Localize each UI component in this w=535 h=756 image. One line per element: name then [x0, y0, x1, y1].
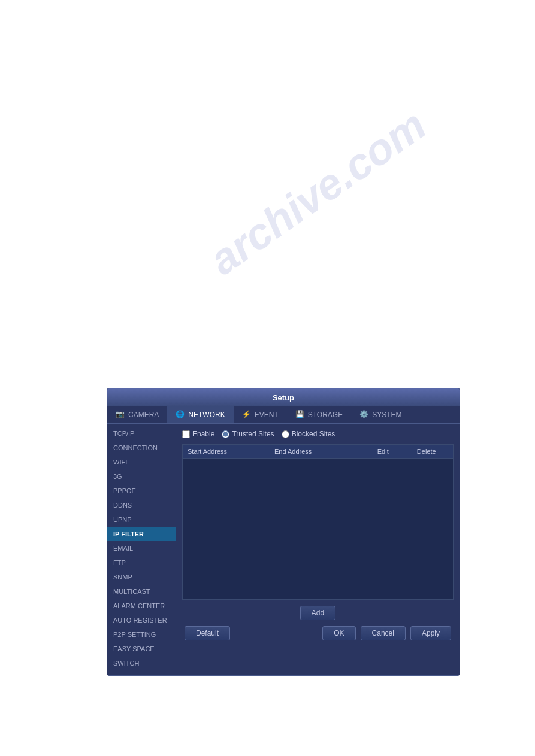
blocked-sites-radio[interactable] [282, 430, 289, 438]
ok-button[interactable]: OK [322, 626, 355, 640]
tab-system[interactable]: ⚙️ SYSTEM [351, 406, 410, 423]
tab-event-label: EVENT [255, 411, 279, 419]
enable-checkbox-label[interactable]: Enable [182, 430, 214, 438]
sidebar-item-upnp[interactable]: UPNP [107, 512, 176, 527]
add-button[interactable]: Add [300, 606, 335, 620]
sidebar-item-snmp[interactable]: SNMP [107, 570, 176, 584]
dialog-title: Setup [273, 393, 294, 402]
ip-table-container: Start Address End Address Edit Delete [182, 444, 454, 600]
filter-options-row: Enable Trusted Sites Blocked Sites [182, 430, 454, 438]
blocked-sites-label: Blocked Sites [292, 430, 335, 438]
sidebar-item-switch[interactable]: SWITCH [107, 656, 176, 670]
event-icon: ⚡ [242, 410, 252, 420]
tab-storage-label: STORAGE [308, 411, 343, 419]
tab-event[interactable]: ⚡ EVENT [234, 406, 287, 423]
sidebar-item-alarmcenter[interactable]: ALARM CENTER [107, 599, 176, 613]
sidebar-item-email[interactable]: EMAIL [107, 541, 176, 555]
col-edit: Edit [361, 448, 405, 455]
table-header-row: Start Address End Address Edit Delete [183, 445, 453, 459]
tab-storage[interactable]: 💾 STORAGE [287, 406, 351, 423]
sidebar-item-3g[interactable]: 3G [107, 469, 176, 484]
top-nav: 📷 CAMERA 🌐 NETWORK ⚡ EVENT 💾 STORAGE ⚙️ … [107, 406, 460, 424]
trusted-sites-radio-label[interactable]: Trusted Sites [222, 430, 274, 438]
blocked-sites-radio-label[interactable]: Blocked Sites [282, 430, 335, 438]
tab-network-label: NETWORK [188, 411, 225, 419]
sidebar-item-multicast[interactable]: MULTICAST [107, 584, 176, 599]
sidebar-item-pppoe[interactable]: PPPOE [107, 484, 176, 498]
setup-dialog: Setup 📷 CAMERA 🌐 NETWORK ⚡ EVENT 💾 STORA… [107, 388, 460, 676]
sidebar-item-autoregister[interactable]: AUTO REGISTER [107, 613, 176, 627]
add-button-row: Add [182, 606, 454, 620]
sidebar-item-tcpip[interactable]: TCP/IP [107, 426, 176, 441]
dialog-title-bar: Setup [107, 388, 460, 406]
right-buttons: OK Cancel Apply [322, 626, 451, 640]
sidebar-item-ipfilter[interactable]: IP FILTER [107, 527, 176, 541]
tab-system-label: SYSTEM [372, 411, 401, 419]
table-body [183, 459, 453, 593]
col-delete: Delete [405, 448, 449, 455]
system-icon: ⚙️ [359, 410, 369, 420]
enable-label: Enable [192, 430, 214, 438]
sidebar-item-easyspace[interactable]: EASY SPACE [107, 642, 176, 656]
camera-icon: 📷 [116, 410, 125, 420]
sidebar: TCP/IP CONNECTION WIFI 3G PPPOE DDNS UPN… [107, 424, 176, 675]
apply-button[interactable]: Apply [410, 626, 451, 640]
sidebar-item-p2psetting[interactable]: P2P SETTING [107, 627, 176, 642]
trusted-sites-radio[interactable] [222, 430, 229, 438]
tab-network[interactable]: 🌐 NETWORK [167, 406, 233, 423]
tab-camera-label: CAMERA [128, 411, 159, 419]
cancel-button[interactable]: Cancel [361, 626, 406, 640]
col-end-address: End Address [274, 448, 361, 455]
sidebar-item-wifi[interactable]: WIFI [107, 455, 176, 469]
network-icon: 🌐 [176, 410, 185, 420]
enable-checkbox[interactable] [182, 430, 190, 438]
default-button[interactable]: Default [185, 626, 230, 640]
bottom-buttons: Default OK Cancel Apply [182, 626, 454, 640]
sidebar-item-connection[interactable]: CONNECTION [107, 441, 176, 455]
col-start-address: Start Address [188, 448, 274, 455]
dialog-body: TCP/IP CONNECTION WIFI 3G PPPOE DDNS UPN… [107, 424, 460, 675]
ipfilter-panel: Enable Trusted Sites Blocked Sites Start… [176, 424, 460, 675]
tab-camera[interactable]: 📷 CAMERA [107, 406, 167, 423]
storage-icon: 💾 [295, 410, 305, 420]
sidebar-item-ftp[interactable]: FTP [107, 555, 176, 570]
trusted-sites-label: Trusted Sites [232, 430, 274, 438]
watermark: archive.com [200, 100, 434, 284]
sidebar-item-ddns[interactable]: DDNS [107, 498, 176, 512]
